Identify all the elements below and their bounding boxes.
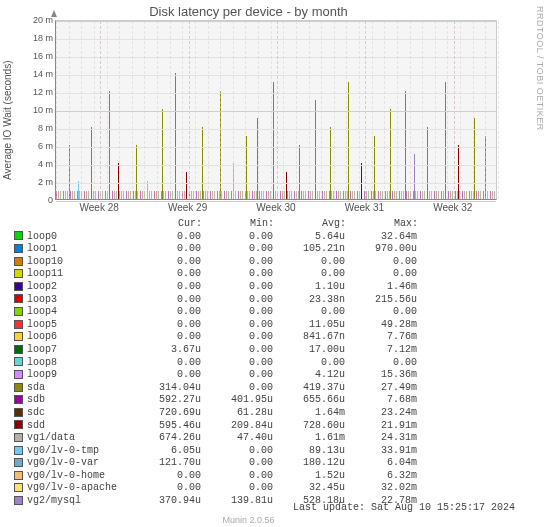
legend-swatch — [14, 446, 23, 455]
legend-swatch — [14, 357, 23, 366]
legend-row: loop4 0.00 0.00 0.00 0.00 — [14, 306, 418, 319]
x-tick: Week 31 — [334, 202, 394, 213]
y-tick: 10 m — [25, 105, 53, 115]
y-axis-label: Average IO Wait (seconds) — [2, 30, 13, 210]
spike — [202, 127, 203, 199]
legend-text: loop6 0.00 0.00 841.67n 7.76m — [27, 331, 417, 342]
legend-text: vg0/lv-0-apache 0.00 0.00 32.45u 32.02m — [27, 482, 417, 493]
y-tick: 20 m — [25, 15, 53, 25]
legend-swatch — [14, 408, 23, 417]
spike — [186, 172, 187, 199]
legend-row: sda 314.04u 0.00 419.37u 27.49m — [14, 382, 418, 395]
legend-header: Cur: Min: Avg: Max: — [14, 218, 418, 231]
y-tick: 12 m — [25, 87, 53, 97]
legend-row: vg0/lv-0-apache 0.00 0.00 32.45u 32.02m — [14, 482, 418, 495]
legend-text: loop4 0.00 0.00 0.00 0.00 — [27, 306, 417, 317]
legend-text: loop1 0.00 0.00 105.21n 970.00u — [27, 243, 417, 254]
x-tick: Week 28 — [69, 202, 129, 213]
rrdtool-credit: RRDTOOL / TOBI OETIKER — [535, 6, 545, 131]
legend-swatch — [14, 282, 23, 291]
legend-swatch — [14, 458, 23, 467]
plot-area — [55, 20, 497, 200]
legend-row: loop1 0.00 0.00 105.21n 970.00u — [14, 243, 418, 256]
legend-swatch — [14, 483, 23, 492]
spike — [348, 82, 349, 199]
y-tick: 16 m — [25, 51, 53, 61]
y-tick: 6 m — [25, 141, 53, 151]
munin-graph: Disk latency per device - by month RRDTO… — [0, 0, 547, 527]
legend-swatch — [14, 471, 23, 480]
legend-row: sdd 595.46u 209.84u 728.60u 21.91m — [14, 420, 418, 433]
legend-text: vg0/lv-0-home 0.00 0.00 1.52u 6.32m — [27, 470, 417, 481]
legend-row: vg1/data 674.26u 47.40u 1.61m 24.31m — [14, 432, 418, 445]
legend-row: vg0/lv-0-home 0.00 0.00 1.52u 6.32m — [14, 470, 418, 483]
legend-swatch — [14, 383, 23, 392]
x-tick: Week 29 — [158, 202, 218, 213]
legend-text: loop8 0.00 0.00 0.00 0.00 — [27, 357, 417, 368]
legend-text: sda 314.04u 0.00 419.37u 27.49m — [27, 382, 417, 393]
legend-row: loop7 3.67u 0.00 17.00u 7.12m — [14, 344, 418, 357]
y-tick: 4 m — [25, 159, 53, 169]
y-tick: 8 m — [25, 123, 53, 133]
legend-row: sdb 592.27u 401.95u 655.66u 7.68m — [14, 394, 418, 407]
legend-swatch — [14, 420, 23, 429]
legend-swatch — [14, 244, 23, 253]
spike — [330, 127, 331, 199]
legend-text: vg0/lv-0-tmp 6.05u 0.00 89.13u 33.91m — [27, 445, 417, 456]
spike — [374, 136, 375, 199]
legend-swatch — [14, 294, 23, 303]
spike — [315, 100, 316, 199]
y-tick: 14 m — [25, 69, 53, 79]
legend-row: loop10 0.00 0.00 0.00 0.00 — [14, 256, 418, 269]
legend-swatch — [14, 370, 23, 379]
legend-table: Cur: Min: Avg: Max: loop0 0.00 0.00 5.64… — [14, 218, 418, 508]
legend-text: sdc 720.69u 61.28u 1.64m 23.24m — [27, 407, 417, 418]
spike — [162, 109, 163, 199]
spike — [361, 163, 362, 199]
spike — [299, 145, 300, 199]
legend-text: loop10 0.00 0.00 0.00 0.00 — [27, 256, 417, 267]
legend-text: loop3 0.00 0.00 23.38n 215.56u — [27, 294, 417, 305]
munin-version: Munin 2.0.56 — [0, 515, 497, 525]
y-tick: 18 m — [25, 33, 53, 43]
legend-row: sdc 720.69u 61.28u 1.64m 23.24m — [14, 407, 418, 420]
legend-swatch — [14, 257, 23, 266]
legend-text: loop2 0.00 0.00 1.10u 1.46m — [27, 281, 417, 292]
legend-text: vg0/lv-0-var 121.70u 0.00 180.12u 6.04m — [27, 457, 417, 468]
y-tick: 0 — [25, 195, 53, 205]
chart-title: Disk latency per device - by month — [0, 4, 497, 19]
x-tick: Week 30 — [246, 202, 306, 213]
legend-row: loop5 0.00 0.00 11.05u 49.28m — [14, 319, 418, 332]
y-tick: 2 m — [25, 177, 53, 187]
legend-swatch — [14, 332, 23, 341]
legend-row: vg0/lv-0-tmp 6.05u 0.00 89.13u 33.91m — [14, 445, 418, 458]
spike — [91, 127, 92, 199]
legend-swatch — [14, 496, 23, 505]
spike — [286, 172, 287, 199]
spike — [414, 154, 415, 199]
spike — [175, 73, 176, 199]
legend-swatch — [14, 395, 23, 404]
legend-row: loop3 0.00 0.00 23.38n 215.56u — [14, 294, 418, 307]
legend-swatch — [14, 307, 23, 316]
legend-text: loop5 0.00 0.00 11.05u 49.28m — [27, 319, 417, 330]
legend-swatch — [14, 231, 23, 240]
legend-row: loop11 0.00 0.00 0.00 0.00 — [14, 268, 418, 281]
spike — [427, 127, 428, 199]
legend-swatch — [14, 269, 23, 278]
legend-text: loop0 0.00 0.00 5.64u 32.64m — [27, 231, 417, 242]
spike — [390, 109, 391, 199]
spike-lines — [56, 21, 496, 199]
legend-row: loop8 0.00 0.00 0.00 0.00 — [14, 357, 418, 370]
spike — [445, 82, 446, 199]
legend-text: loop7 3.67u 0.00 17.00u 7.12m — [27, 344, 417, 355]
legend-swatch — [14, 345, 23, 354]
legend-text: loop9 0.00 0.00 4.12u 15.36m — [27, 369, 417, 380]
spike — [458, 145, 459, 199]
legend-row: loop2 0.00 0.00 1.10u 1.46m — [14, 281, 418, 294]
legend-row: loop0 0.00 0.00 5.64u 32.64m — [14, 231, 418, 244]
legend-text: sdb 592.27u 401.95u 655.66u 7.68m — [27, 394, 417, 405]
legend-row: loop6 0.00 0.00 841.67n 7.76m — [14, 331, 418, 344]
x-tick: Week 32 — [423, 202, 483, 213]
legend-text: sdd 595.46u 209.84u 728.60u 21.91m — [27, 420, 417, 431]
